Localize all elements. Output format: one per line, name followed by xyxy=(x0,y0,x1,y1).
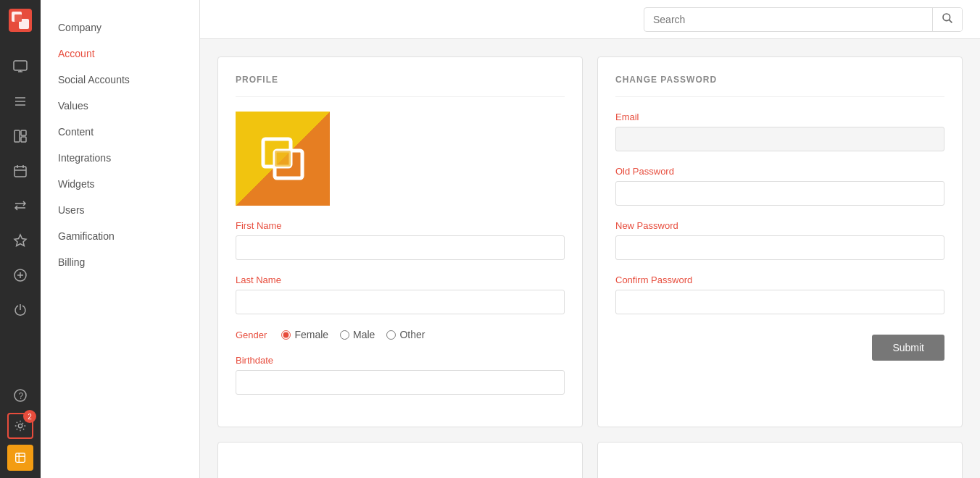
help-icon[interactable]: ? xyxy=(6,381,35,410)
search-input[interactable] xyxy=(644,9,932,30)
list-icon[interactable] xyxy=(6,87,35,116)
power-icon[interactable] xyxy=(6,295,35,324)
confirm-password-label: Confirm Password xyxy=(615,274,944,285)
new-password-group: New Password xyxy=(615,220,944,260)
sidebar-item-widgets[interactable]: Widgets xyxy=(41,171,199,197)
search-wrap xyxy=(644,7,963,32)
orange-action-button[interactable] xyxy=(7,445,33,471)
avatar-wrap[interactable] xyxy=(236,112,565,206)
circle-plus-icon[interactable] xyxy=(6,261,35,290)
notification-badge: 2 xyxy=(23,410,36,423)
sidebar-item-billing[interactable]: Billing xyxy=(41,249,199,275)
confirm-password-input[interactable] xyxy=(615,290,944,314)
first-name-label: First Name xyxy=(236,220,565,231)
password-card: CHANGE PASSWORD Email Old Password New P… xyxy=(597,56,963,427)
submit-row: Submit xyxy=(615,329,944,361)
email-group: Email xyxy=(615,112,944,151)
svg-rect-25 xyxy=(16,453,25,463)
gender-other-radio[interactable] xyxy=(386,330,396,340)
confirm-password-group: Confirm Password xyxy=(615,274,944,314)
sidebar-item-integrations[interactable]: Integrations xyxy=(41,145,199,171)
password-card-title: CHANGE PASSWORD xyxy=(615,75,944,97)
main-content: PROFILE First Name xyxy=(200,0,980,478)
svg-rect-10 xyxy=(14,130,20,142)
first-name-group: First Name xyxy=(236,220,565,260)
birthdate-label: Birthdate xyxy=(236,355,565,366)
extra-card-left xyxy=(217,442,583,478)
gender-group: Gender Female Male Other xyxy=(236,329,565,340)
email-label: Email xyxy=(615,112,944,122)
svg-line-29 xyxy=(949,20,952,22)
sidebar: Company Account Social Accounts Values C… xyxy=(41,0,200,478)
svg-marker-17 xyxy=(14,235,26,246)
gender-female-radio[interactable] xyxy=(281,330,291,340)
settings-icon-wrap: 2 xyxy=(7,413,33,439)
profile-card-title: PROFILE xyxy=(236,75,565,97)
monitor-icon[interactable] xyxy=(6,52,35,81)
old-password-input[interactable] xyxy=(615,181,944,206)
icon-bar: ? 2 xyxy=(0,0,41,478)
old-password-label: Old Password xyxy=(615,166,944,177)
last-name-group: Last Name xyxy=(236,274,565,314)
email-input[interactable] xyxy=(615,127,944,151)
last-name-input[interactable] xyxy=(236,290,565,314)
profile-card: PROFILE First Name xyxy=(217,56,583,427)
transfer-icon[interactable] xyxy=(6,191,35,220)
sidebar-item-gamification[interactable]: Gamification xyxy=(41,223,199,249)
last-name-label: Last Name xyxy=(236,274,565,285)
svg-rect-12 xyxy=(21,137,26,142)
gender-male-radio[interactable] xyxy=(340,330,349,340)
svg-rect-13 xyxy=(14,167,26,177)
content-area: PROFILE First Name xyxy=(200,39,980,478)
extra-card-right xyxy=(597,442,963,478)
gender-other-option[interactable]: Other xyxy=(386,329,425,340)
submit-button[interactable]: Submit xyxy=(872,335,944,361)
layout-icon[interactable] xyxy=(6,122,35,151)
first-name-input[interactable] xyxy=(236,235,565,260)
birthdate-group: Birthdate xyxy=(236,355,565,395)
gender-female-option[interactable]: Female xyxy=(281,329,328,340)
sidebar-item-social-accounts[interactable]: Social Accounts xyxy=(41,67,199,93)
header xyxy=(200,0,980,39)
gender-male-label: Male xyxy=(353,329,375,340)
svg-rect-33 xyxy=(275,151,291,167)
sidebar-item-users[interactable]: Users xyxy=(41,197,199,223)
new-password-label: New Password xyxy=(615,220,944,231)
svg-rect-11 xyxy=(21,130,26,135)
svg-point-24 xyxy=(18,424,22,427)
app-logo[interactable] xyxy=(7,7,33,36)
svg-rect-4 xyxy=(14,61,27,70)
old-password-group: Old Password xyxy=(615,166,944,206)
search-button[interactable] xyxy=(932,8,962,31)
gender-other-label: Other xyxy=(399,329,425,340)
gender-female-label: Female xyxy=(294,329,328,340)
gender-label: Gender xyxy=(236,330,267,340)
svg-point-28 xyxy=(943,14,950,21)
star-icon[interactable] xyxy=(6,226,35,255)
svg-text:?: ? xyxy=(19,391,24,401)
sidebar-item-account[interactable]: Account xyxy=(41,41,199,67)
sidebar-item-company[interactable]: Company xyxy=(41,14,199,41)
svg-rect-3 xyxy=(14,14,22,22)
avatar xyxy=(236,112,330,206)
birthdate-input[interactable] xyxy=(236,370,565,395)
new-password-input[interactable] xyxy=(615,235,944,260)
sidebar-item-values[interactable]: Values xyxy=(41,93,199,119)
calendar-icon[interactable] xyxy=(6,156,35,185)
sidebar-item-content[interactable]: Content xyxy=(41,119,199,145)
gender-male-option[interactable]: Male xyxy=(340,329,375,340)
